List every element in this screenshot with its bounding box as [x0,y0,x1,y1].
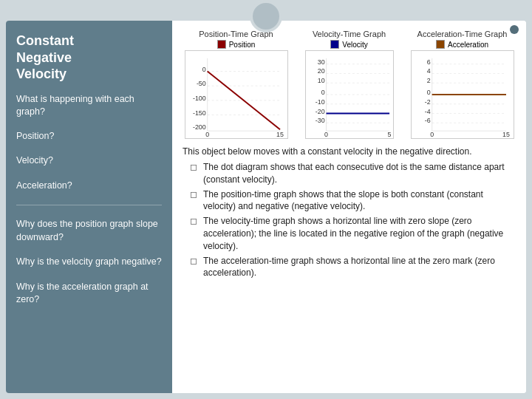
acceleration-graph-title: Acceleration-Time Graph [417,30,508,38]
velocity-time-svg: 30 20 10 0 -10 -20 -30 0 5 [305,50,394,139]
bullet-icon-1: ◻ [190,188,199,214]
acceleration-graph-legend: Acceleration [436,40,488,49]
svg-text:-2: -2 [424,98,430,106]
sidebar-divider [16,205,162,205]
svg-text:-50: -50 [196,80,205,87]
acceleration-legend-color [436,40,445,49]
velocity-time-graph-block: Velocity-Time Graph Velocity 30 20 10 0 [296,30,403,139]
svg-text:-200: -200 [192,123,205,131]
content-area: Position-Time Graph Position 0 -50 -100 … [172,21,526,393]
velocity-legend-color [330,40,339,49]
slide-container: Constant Negative Velocity What is happe… [0,0,532,399]
svg-text:4: 4 [426,67,430,75]
bullet-icon-0: ◻ [190,161,199,186]
svg-text:-4: -4 [424,108,430,115]
svg-text:0: 0 [321,89,324,96]
sidebar-question: What is happening with each graph? [16,93,162,119]
bullet-icon-3: ◻ [190,255,199,280]
acceleration-legend-label: Acceleration [448,41,488,49]
svg-text:5: 5 [387,131,391,138]
sidebar-item-acceleration-question[interactable]: Why is the acceleration graph at zero? [16,279,162,309]
position-graph-legend: Position [217,40,256,49]
svg-text:0: 0 [205,131,209,138]
bullet-icon-2: ◻ [190,215,199,252]
position-time-graph-block: Position-Time Graph Position 0 -50 -100 … [183,30,290,139]
bullet-text-3: The acceleration-time graph shows a hori… [203,255,516,280]
graphs-row: Position-Time Graph Position 0 -50 -100 … [183,30,516,139]
svg-text:10: 10 [317,77,324,84]
bullet-text-1: The position-time graph shows that the s… [203,188,516,214]
velocity-graph-title: Velocity-Time Graph [313,30,386,38]
corner-dot [510,25,519,34]
bullet-list: ◻ The dot diagram shows that each consec… [190,161,516,279]
bullet-item-2: ◻ The velocity-time graph shows a horizo… [190,215,516,252]
svg-text:20: 20 [317,67,324,75]
svg-text:-30: -30 [315,117,324,124]
slide-title: Constant Negative Velocity [16,33,162,83]
sidebar-item-velocity[interactable]: Velocity? [16,152,162,170]
svg-text:15: 15 [502,131,510,138]
bullet-text-2: The velocity-time graph shows a horizont… [203,215,516,252]
svg-text:6: 6 [426,58,430,66]
sidebar-item-position-question[interactable]: Why does the position graph slope downwa… [16,216,162,246]
main-card: Constant Negative Velocity What is happe… [6,21,526,393]
svg-text:0: 0 [426,89,430,96]
sidebar-item-acceleration[interactable]: Acceleration? [16,177,162,195]
sidebar-item-position[interactable]: Position? [16,128,162,146]
svg-text:15: 15 [276,131,284,138]
bullet-item-3: ◻ The acceleration-time graph shows a ho… [190,255,516,280]
bullet-text-0: The dot diagram shows that each consecut… [203,161,516,186]
svg-text:2: 2 [426,77,430,84]
svg-text:-150: -150 [192,109,205,117]
svg-text:-20: -20 [315,108,324,115]
description-block: This object below moves with a constant … [183,145,516,282]
svg-text:-100: -100 [192,95,205,102]
svg-text:30: 30 [317,58,324,66]
sidebar-item-velocity-question[interactable]: Why is the velocity graph negative? [16,253,162,271]
sidebar: Constant Negative Velocity What is happe… [6,21,172,393]
svg-text:0: 0 [324,131,328,138]
bullet-item-1: ◻ The position-time graph shows that the… [190,188,516,214]
bullet-item-0: ◻ The dot diagram shows that each consec… [190,161,516,186]
description-intro: This object below moves with a constant … [183,145,516,158]
position-legend-color [217,40,226,49]
acceleration-time-graph-block: Acceleration-Time Graph Acceleration 6 4… [409,30,516,139]
acceleration-time-svg: 6 4 2 0 -2 -4 -6 0 15 [411,50,514,139]
svg-text:-6: -6 [424,117,430,124]
top-circle-decoration [250,0,282,33]
velocity-legend-label: Velocity [342,41,367,49]
velocity-graph-legend: Velocity [330,40,367,49]
svg-text:-10: -10 [315,98,324,106]
svg-text:0: 0 [430,131,434,138]
position-legend-label: Position [229,41,256,49]
position-time-svg: 0 -50 -100 -150 -200 0 15 [185,50,288,139]
svg-text:0: 0 [202,66,205,73]
